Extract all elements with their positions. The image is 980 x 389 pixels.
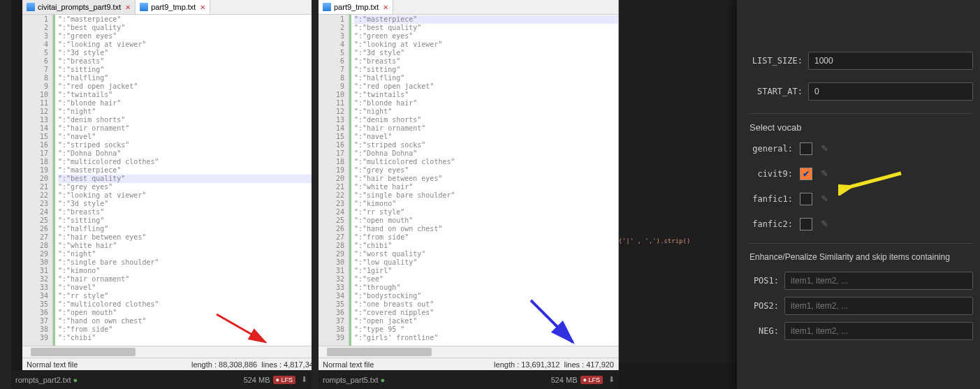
code-line[interactable]: ":"Dohna Dohna" [354, 149, 618, 158]
code-line[interactable]: ":"open mouth" [354, 216, 618, 225]
close-icon[interactable]: ✕ [200, 3, 205, 11]
code-line[interactable]: ":"twintails" [58, 91, 322, 99]
horizontal-scrollbar[interactable] [22, 346, 322, 358]
similarity-input[interactable] [784, 322, 973, 340]
code-line[interactable]: ":"sitting" [58, 66, 322, 74]
code-line[interactable]: ":"hair ornament" [58, 124, 322, 133]
code-line[interactable]: ":"kimono" [354, 200, 618, 208]
code-line[interactable]: ":"rr style" [58, 292, 322, 300]
pencil-icon[interactable]: ✎ [821, 193, 832, 205]
code-line[interactable]: ":"hand on own chest" [58, 317, 322, 325]
code-line[interactable]: ":"green eyes" [354, 32, 618, 41]
code-line[interactable]: ":"halfling" [354, 74, 618, 82]
pencil-icon[interactable]: ✎ [821, 143, 832, 154]
code-line[interactable]: ":"covered nipples" [354, 309, 618, 317]
close-icon[interactable]: ✕ [125, 3, 131, 11]
code-line[interactable]: ":"girls' frontline" [354, 334, 618, 342]
code-line[interactable]: ":"grey eyes" [354, 166, 618, 175]
code-line[interactable]: ":"sitting" [58, 216, 322, 225]
download-icon[interactable]: ⬇ [608, 375, 615, 384]
code-lines[interactable]: ":"masterpiece"":"best quality"":"green … [53, 15, 322, 346]
code-area[interactable]: 1234567891011121314151617181920212223242… [319, 15, 618, 346]
code-line[interactable]: ":"multicolored clothes" [354, 158, 618, 166]
code-line[interactable]: ":"3d style" [58, 200, 322, 208]
start-at-input[interactable] [808, 82, 973, 101]
code-line[interactable]: ":"navel" [58, 284, 322, 292]
code-line[interactable]: ":"twintails" [354, 91, 618, 99]
code-line[interactable]: ":"striped socks" [58, 141, 322, 149]
code-line[interactable]: ":"3d style" [354, 49, 618, 57]
code-line[interactable]: ":"grey eyes" [58, 183, 322, 191]
similarity-input[interactable] [784, 272, 973, 290]
code-line[interactable]: ":"hair ornament" [354, 124, 618, 133]
code-line[interactable]: ":"looking at viewer" [58, 41, 322, 49]
code-line[interactable]: ":"Dohna Dohna" [58, 149, 322, 158]
code-line[interactable]: ":"best quality" [58, 175, 322, 183]
scrollbar-thumb[interactable] [31, 348, 136, 356]
download-icon[interactable]: ⬇ [301, 375, 307, 384]
code-line[interactable]: ":"white hair" [58, 242, 322, 250]
list-size-input[interactable] [808, 52, 973, 70]
code-line[interactable]: ":"best quality" [58, 24, 322, 32]
vocab-checkbox[interactable] [800, 218, 812, 230]
code-line[interactable]: ":"sitting" [354, 66, 618, 74]
code-line[interactable]: ":"navel" [58, 133, 322, 141]
code-line[interactable]: ":"multicolored clothes" [58, 300, 322, 309]
code-line[interactable]: ":"night" [58, 250, 322, 258]
code-line[interactable]: ":"breasts" [354, 57, 618, 66]
code-line[interactable]: ":"type 95 " [354, 325, 618, 334]
code-line[interactable]: ":"night" [58, 108, 322, 116]
code-line[interactable]: ":"halfling" [58, 74, 322, 82]
code-line[interactable]: ":"masterpiece" [58, 15, 322, 24]
code-line[interactable]: ":"open mouth" [58, 309, 322, 317]
similarity-input[interactable] [784, 297, 973, 315]
code-line[interactable]: ":"multicolored clothes" [58, 158, 322, 166]
code-line[interactable]: ":"breasts" [58, 208, 322, 216]
pencil-icon[interactable]: ✎ [821, 219, 832, 230]
code-line[interactable]: ":"masterpiece" [354, 15, 618, 24]
code-line[interactable]: ":"night" [354, 108, 618, 116]
code-line[interactable]: ":"bodystocking" [354, 292, 618, 300]
code-line[interactable]: ":"see" [354, 275, 618, 284]
code-line[interactable]: ":"worst quality" [354, 250, 618, 258]
code-area[interactable]: 1234567891011121314151617181920212223242… [22, 15, 322, 346]
code-line[interactable]: ":"breasts" [58, 57, 322, 66]
file-tab[interactable]: part9_tmp.txt✕ [319, 0, 393, 14]
vocab-checkbox[interactable] [800, 142, 812, 155]
code-line[interactable]: ":"denim shorts" [58, 116, 322, 124]
code-line[interactable]: ":"looking at viewer" [58, 191, 322, 200]
code-line[interactable]: ":"single bare shoulder" [58, 258, 322, 267]
file-tab[interactable]: part9_tmp.txt✕ [136, 0, 210, 14]
code-line[interactable]: ":"one breasts out" [354, 300, 618, 309]
code-line[interactable]: ":"chibi" [354, 242, 618, 250]
code-line[interactable]: ":"rr style" [354, 208, 618, 216]
close-icon[interactable]: ✕ [383, 3, 388, 11]
code-lines[interactable]: ":"masterpiece"":"best quality"":"green … [349, 15, 618, 346]
code-line[interactable]: ":"kimono" [58, 267, 322, 275]
code-line[interactable]: ":"hand on own chest" [354, 225, 618, 233]
pencil-icon[interactable]: ✎ [821, 168, 832, 179]
code-line[interactable]: ":"red open jacket" [354, 82, 618, 91]
code-line[interactable]: ":"open jacket" [354, 317, 618, 325]
code-line[interactable]: ":"masterpiece" [58, 166, 322, 175]
code-line[interactable]: ":"through" [354, 284, 618, 292]
code-line[interactable]: ":"navel" [354, 133, 618, 141]
code-line[interactable]: ":"from side" [354, 233, 618, 242]
code-line[interactable]: ":"from side" [58, 325, 322, 334]
vocab-checkbox[interactable] [800, 193, 812, 205]
code-line[interactable]: ":"striped socks" [354, 141, 618, 149]
code-line[interactable]: ":"hair between eyes" [58, 233, 322, 242]
code-line[interactable]: ":"best quality" [354, 24, 618, 32]
code-line[interactable]: ":"blonde hair" [58, 99, 322, 108]
vocab-checkbox[interactable]: ✔ [800, 168, 812, 180]
code-line[interactable]: ":"chibi" [58, 334, 322, 342]
horizontal-scrollbar[interactable] [319, 346, 618, 358]
code-line[interactable]: ":"low quality" [354, 258, 618, 267]
code-line[interactable]: ":"3d style" [58, 49, 322, 57]
code-line[interactable]: ":"denim shorts" [354, 116, 618, 124]
code-line[interactable]: ":"red open jacket" [58, 82, 322, 91]
scrollbar-thumb[interactable] [327, 348, 432, 356]
code-line[interactable]: ":"white hair" [354, 183, 618, 191]
code-line[interactable]: ":"hair between eyes" [354, 175, 618, 183]
code-line[interactable]: ":"hair ornament" [58, 275, 322, 284]
